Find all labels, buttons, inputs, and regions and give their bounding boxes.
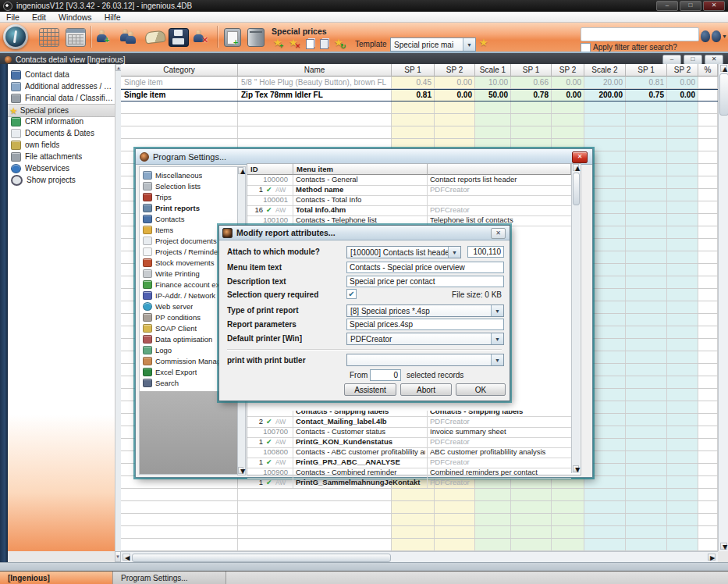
home-logo-button[interactable] <box>3 24 28 49</box>
close-button[interactable]: ✕ <box>703 1 725 11</box>
check-icon: ✔ <box>266 437 272 447</box>
module-select[interactable]: [100000] Contacts list header▼ <box>346 246 461 258</box>
template-select[interactable]: Special price mai▼ <box>390 37 476 52</box>
description-input[interactable] <box>346 276 504 287</box>
menu-edit[interactable]: Edit <box>26 12 52 22</box>
table-row[interactable]: Single item 5/8 '' Hole Plug (Beauty But… <box>121 77 718 89</box>
menu-file[interactable]: File <box>0 12 26 22</box>
search-input[interactable] <box>581 27 699 41</box>
col-header-sp1c[interactable]: SP 1 <box>626 64 667 77</box>
nav-selection-lists[interactable]: Selection lists <box>140 180 236 191</box>
page2-icon <box>143 247 152 256</box>
col-header-category[interactable]: Category <box>121 64 238 77</box>
sidebar-item-crm-information[interactable]: CRM information <box>8 116 115 127</box>
reports-col-item[interactable]: Menu item <box>293 164 428 175</box>
save-icon[interactable] <box>169 28 189 47</box>
report-row[interactable]: 100700Contacts - Customer statusInvoice … <box>247 427 571 438</box>
report-row[interactable]: 100001Contacts - Total Info <box>247 195 571 206</box>
sidebar-item-show-projects[interactable]: Show projects <box>8 174 115 186</box>
dialog-title: Modify report attributes... <box>236 228 336 237</box>
sidebar-item-contact-data[interactable]: Contact data <box>8 69 115 80</box>
selection-query-checkbox[interactable]: ✔ <box>346 289 357 299</box>
nav-print-reports[interactable]: Print reports <box>140 202 236 213</box>
list-view-icon[interactable] <box>39 28 59 47</box>
reports-col-id[interactable]: ID <box>247 164 293 175</box>
template-star-icon[interactable]: ★ <box>479 38 488 48</box>
paste-icon[interactable] <box>320 39 328 49</box>
type-select[interactable]: [8] Special prices *.4sp▼ <box>346 304 504 317</box>
sidebar-item-file-attachments[interactable]: File attachments <box>8 151 115 162</box>
sidebar-item-additional-addresses[interactable]: Additional addresses / Trips <box>8 80 115 92</box>
nav-trips[interactable]: Trips <box>140 191 236 202</box>
dialog-close-button[interactable]: ✕ <box>491 228 506 239</box>
report-row[interactable]: 100800Contacts - ABC customer profitabli… <box>247 447 571 458</box>
search-binoculars-icon[interactable] <box>701 30 721 43</box>
params-input[interactable] <box>346 319 504 330</box>
report-row[interactable]: 100900Contacts - Combined reminderCombin… <box>247 468 571 479</box>
add-special-price-icon[interactable]: ★+ <box>273 38 282 48</box>
menu-item-input[interactable] <box>346 262 504 273</box>
new-contact-icon[interactable]: + <box>97 28 115 45</box>
reports-col-desc[interactable] <box>428 164 571 175</box>
child-minimize-button[interactable]: – <box>662 55 681 65</box>
assistent-button[interactable]: Assistent <box>344 383 396 396</box>
menu-hilfe[interactable]: Hilfe <box>98 12 127 22</box>
taskbar-item-program-settings[interactable]: Program Settings... <box>113 572 226 584</box>
printer-select[interactable]: PDFCreator▼ <box>346 333 504 345</box>
report-row[interactable]: 16✔AWTotal Info.4hmPDFCreator <box>247 205 571 216</box>
table-vertical-scrollbar[interactable]: ▲ ▼ <box>718 64 728 551</box>
report-row-partial[interactable]: Contacts - Shipping labelsContacts - Shi… <box>247 411 571 417</box>
table-row-selected[interactable]: Single item Zip Tex 78mm Idler FL 0.81 0… <box>121 89 718 101</box>
copy-icon[interactable] <box>306 39 314 49</box>
report-row[interactable]: 100000Contacts - GeneralContact reports … <box>247 175 571 186</box>
archive-icon[interactable] <box>247 28 265 47</box>
sidebar-item-own-fields[interactable]: own fields <box>8 139 115 151</box>
col-header-sp1b[interactable]: SP 1 <box>511 64 552 77</box>
abort-button[interactable]: Abort <box>400 383 452 396</box>
report-row[interactable]: 1✔AWMethod namePDFCreator <box>247 185 571 196</box>
nav-contacts[interactable]: Contacts <box>140 213 236 224</box>
restore-button[interactable]: □ <box>680 1 701 11</box>
report-row[interactable]: 1✔AWPrintG_KON_KundenstatusPDFCreator <box>247 437 571 448</box>
butler-select[interactable]: ▼ <box>346 354 504 366</box>
sidebar-item-documents-dates[interactable]: Documents & Dates <box>8 127 115 139</box>
col-header-sp2c[interactable]: SP 2 <box>667 64 698 77</box>
col-header-sp1a[interactable]: SP 1 <box>392 64 435 77</box>
col-header-sp2b[interactable]: SP 2 <box>552 64 584 77</box>
dialog-titlebar[interactable]: Modify report attributes... ✕ <box>219 226 510 240</box>
col-header-scale1[interactable]: Scale 1 <box>475 64 511 77</box>
col-header-scale2[interactable]: Scale 2 <box>584 64 626 77</box>
taskbar-item-ingenious[interactable]: [Ingenious] <box>0 572 113 584</box>
report-row[interactable]: 2✔AWContact_Mailing_label.4lbPDFCreator <box>247 417 571 428</box>
sidebar-scroll-down[interactable]: ▼ <box>115 551 121 562</box>
search-options-arrow[interactable]: ▼ <box>722 34 727 39</box>
eraser-icon[interactable] <box>144 30 165 45</box>
from-input[interactable] <box>370 369 401 381</box>
file-size-label: File size: 0 KB <box>452 290 502 299</box>
module-id-input[interactable] <box>467 246 504 258</box>
table-horizontal-scrollbar[interactable]: ◄ ► <box>121 551 718 563</box>
duplicate-contact-icon[interactable] <box>120 28 139 45</box>
sidebar-item-financial-data[interactable]: Financial data / Classification <box>8 92 115 104</box>
col-header-sp2a[interactable]: SP 2 <box>435 64 475 77</box>
ok-button[interactable]: OK <box>456 383 506 396</box>
col-header-pct[interactable]: % <box>698 64 718 77</box>
program-settings-titlebar[interactable]: Program Settings... ✕ <box>136 149 592 165</box>
nav-miscellaneous[interactable]: Miscellaneous <box>140 169 236 180</box>
refresh-special-price-icon[interactable]: ★↻ <box>334 38 343 48</box>
program-settings-title: Program Settings... <box>153 152 226 162</box>
minimize-button[interactable]: – <box>656 1 678 11</box>
clipboard-add-icon[interactable]: + <box>224 28 241 47</box>
report-row[interactable]: 1✔AWPrintG_SammelmahnungJeKontaktPDFCrea… <box>247 478 571 488</box>
menu-windows[interactable]: Windows <box>52 12 98 22</box>
reports-scrollbar[interactable]: ▲ ▼ <box>571 164 580 473</box>
report-row[interactable]: 1✔AWPrintG_PRJ_ABC__ANALYSEPDFCreator <box>247 458 571 468</box>
program-settings-close-button[interactable]: ✕ <box>572 151 588 163</box>
child-close-button[interactable]: ✕ <box>705 55 723 65</box>
col-header-name[interactable]: Name <box>238 64 392 77</box>
child-restore-button[interactable]: □ <box>684 55 702 65</box>
sidebar-item-webservices[interactable]: Webservices <box>8 162 115 174</box>
delete-special-price-icon[interactable]: ★✕ <box>289 38 298 48</box>
calendar-icon[interactable] <box>66 28 86 47</box>
delete-contact-icon[interactable]: ✕ <box>194 28 212 45</box>
